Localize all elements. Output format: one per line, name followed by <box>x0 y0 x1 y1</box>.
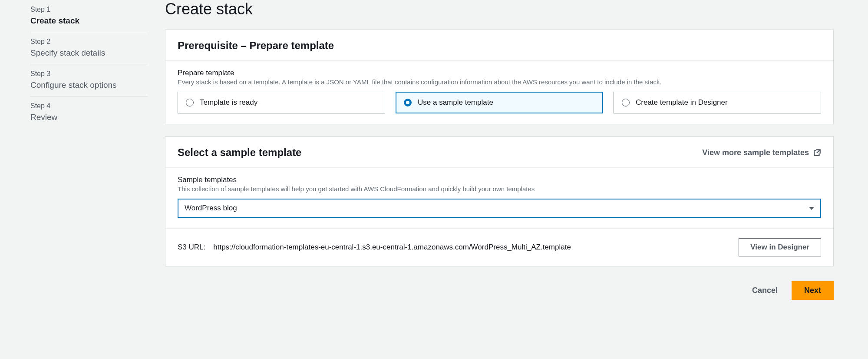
prepare-template-radio-group: Template is ready Use a sample template … <box>178 92 821 113</box>
s3-url-value: https://cloudformation-templates-eu-cent… <box>213 243 571 252</box>
panel-heading: Select a sample template <box>178 146 301 159</box>
step-2[interactable]: Step 2 Specify stack details <box>30 32 148 64</box>
step-label: Step 3 <box>30 70 148 78</box>
step-title: Specify stack details <box>30 48 148 58</box>
panel-header: Select a sample template View more sampl… <box>165 137 833 168</box>
link-label: View more sample templates <box>702 148 809 157</box>
view-more-templates-link[interactable]: View more sample templates <box>702 148 821 157</box>
page-title: Create stack <box>165 0 834 18</box>
step-title: Create stack <box>30 16 148 26</box>
panel-header: Prerequisite – Prepare template <box>165 30 833 61</box>
select-value: WordPress blog <box>185 204 237 213</box>
panel-body: Sample templates This collection of samp… <box>165 168 833 228</box>
view-in-designer-button[interactable]: View in Designer <box>739 238 821 256</box>
field-label: Prepare template <box>178 69 821 77</box>
step-4[interactable]: Step 4 Review <box>30 96 148 128</box>
radio-icon <box>404 99 412 106</box>
panel-heading: Prerequisite – Prepare template <box>178 40 334 52</box>
radio-label: Template is ready <box>200 98 257 107</box>
sample-template-select[interactable]: WordPress blog <box>178 199 821 218</box>
footer-actions: Cancel Next <box>165 279 834 300</box>
field-description: Every stack is based on a template. A te… <box>178 78 821 86</box>
step-title: Configure stack options <box>30 80 148 90</box>
sample-template-select-wrap: WordPress blog <box>178 199 821 218</box>
radio-icon <box>622 99 630 106</box>
s3-url-label: S3 URL: <box>178 243 205 252</box>
step-3[interactable]: Step 3 Configure stack options <box>30 64 148 96</box>
radio-use-sample-template[interactable]: Use a sample template <box>396 92 603 113</box>
prerequisite-panel: Prerequisite – Prepare template Prepare … <box>165 30 834 124</box>
radio-template-ready[interactable]: Template is ready <box>178 92 385 113</box>
radio-label: Create template in Designer <box>636 98 728 107</box>
chevron-down-icon <box>809 207 814 210</box>
cancel-button[interactable]: Cancel <box>747 282 783 299</box>
step-label: Step 2 <box>30 38 148 46</box>
radio-label: Use a sample template <box>418 98 493 107</box>
step-label: Step 4 <box>30 102 148 110</box>
main-content: Create stack Prerequisite – Prepare temp… <box>165 0 851 359</box>
sample-template-panel: Select a sample template View more sampl… <box>165 136 834 266</box>
s3-url-row: S3 URL: https://cloudformation-templates… <box>165 228 833 266</box>
step-title: Review <box>30 113 148 122</box>
field-description: This collection of sample templates will… <box>178 185 821 193</box>
radio-create-in-designer[interactable]: Create template in Designer <box>614 92 821 113</box>
radio-icon <box>186 99 194 106</box>
step-1[interactable]: Step 1 Create stack <box>30 0 148 32</box>
external-link-icon <box>813 149 821 156</box>
panel-body: Prepare template Every stack is based on… <box>165 61 833 124</box>
field-label: Sample templates <box>178 176 821 184</box>
wizard-steps-sidebar: Step 1 Create stack Step 2 Specify stack… <box>0 0 165 359</box>
next-button[interactable]: Next <box>792 281 834 300</box>
step-label: Step 1 <box>30 6 148 13</box>
